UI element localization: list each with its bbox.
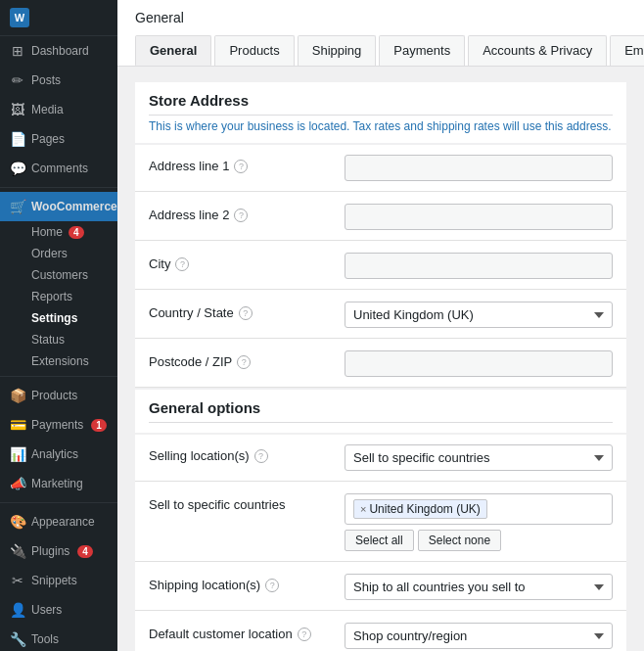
field-label-postcode: Postcode / ZIP <box>149 354 232 369</box>
field-row-postcode: Postcode / ZIP ? <box>135 341 626 388</box>
select-all-button[interactable]: Select all <box>345 530 414 551</box>
field-input-wrap-customer: Shop country/region <box>345 623 613 649</box>
products-icon: 📦 <box>10 388 25 403</box>
marketing-icon: 📣 <box>10 476 25 491</box>
address1-input[interactable] <box>345 155 613 181</box>
analytics-icon: 📊 <box>10 446 25 462</box>
media-icon: 🖼 <box>10 102 25 117</box>
snippets-icon: ✂ <box>10 573 25 588</box>
sidebar-item-label: Products <box>31 389 77 402</box>
country-tag-label-uk: United Kingdom (UK) <box>369 502 480 516</box>
help-icon-shipping[interactable]: ? <box>265 579 279 592</box>
field-row-selling-location: Selling location(s) ? Sell to specific c… <box>135 435 626 482</box>
sidebar-item-dashboard[interactable]: ⊞ Dashboard <box>0 36 117 66</box>
help-icon-postcode[interactable]: ? <box>237 355 251 369</box>
field-input-wrap-address1 <box>345 155 613 181</box>
sidebar-sub-status[interactable]: Status <box>0 329 117 350</box>
sidebar-item-users[interactable]: 👤 Users <box>0 595 117 625</box>
sidebar-item-label: Snippets <box>31 574 77 587</box>
sidebar-sub-settings[interactable]: Settings <box>0 307 117 329</box>
city-input[interactable] <box>345 253 613 279</box>
sidebar-sub-customers[interactable]: Customers <box>0 264 117 286</box>
tab-emails[interactable]: Emails <box>610 35 644 66</box>
help-icon-country[interactable]: ? <box>239 306 253 320</box>
sidebar-item-analytics[interactable]: 📊 Analytics <box>0 440 117 469</box>
customer-location-select[interactable]: Shop country/region <box>345 623 613 649</box>
store-address-title: Store Address <box>149 92 613 116</box>
help-icon-customer[interactable]: ? <box>298 628 311 641</box>
store-address-section: Store Address This is where your busines… <box>135 82 626 143</box>
tab-shipping[interactable]: Shipping <box>298 35 377 66</box>
field-input-wrap-specific: × United Kingdom (UK) Select all Select … <box>345 493 613 551</box>
sidebar-item-woocommerce[interactable]: 🛒 WooCommerce <box>0 192 117 221</box>
sidebar-item-payments[interactable]: 💳 Payments 1 <box>0 410 117 440</box>
help-icon-city[interactable]: ? <box>175 257 189 271</box>
address-fields: Address line 1 ? Address line 2 ? <box>135 145 626 388</box>
home-badge: 4 <box>69 226 84 239</box>
help-icon-address2[interactable]: ? <box>234 209 248 222</box>
field-label-address1: Address line 1 <box>149 159 229 173</box>
sidebar-item-label: Pages <box>31 132 65 146</box>
page-header: General General Products Shipping Paymen… <box>117 0 644 67</box>
sidebar-sub-orders[interactable]: Orders <box>0 243 117 264</box>
home-label: Home <box>31 225 63 239</box>
sidebar-item-snippets[interactable]: ✂ Snippets <box>0 566 117 595</box>
sidebar-sub-home[interactable]: Home 4 <box>0 221 117 243</box>
country-tag-uk: × United Kingdom (UK) <box>353 499 487 519</box>
sidebar-item-comments[interactable]: 💬 Comments <box>0 154 117 183</box>
sidebar-item-media[interactable]: 🖼 Media <box>0 95 117 124</box>
tab-general[interactable]: General <box>135 35 211 66</box>
sidebar-sub-extensions[interactable]: Extensions <box>0 350 117 372</box>
address2-input[interactable] <box>345 204 613 230</box>
sidebar-item-plugins[interactable]: 🔌 Plugins 4 <box>0 536 117 566</box>
field-row-customer-location: Default customer location ? Shop country… <box>135 613 626 651</box>
tabs-container: General Products Shipping Payments Accou… <box>135 35 626 66</box>
field-input-wrap-shipping: Ship to all countries you sell to <box>345 574 613 600</box>
sidebar-item-label: Media <box>31 103 64 116</box>
sidebar-item-label: WooCommerce <box>31 200 117 213</box>
sidebar-item-pages[interactable]: 📄 Pages <box>0 124 117 154</box>
country-select[interactable]: United Kingdom (UK) <box>345 302 613 328</box>
sidebar-sub-reports[interactable]: Reports <box>0 286 117 307</box>
field-row-shipping-location: Shipping location(s) ? Ship to all count… <box>135 564 626 611</box>
tools-icon: 🔧 <box>10 631 25 647</box>
sidebar-item-posts[interactable]: ✏ Posts <box>0 66 117 95</box>
countries-input-wrap[interactable]: × United Kingdom (UK) <box>345 493 613 525</box>
field-input-wrap-city <box>345 253 613 279</box>
help-icon-address1[interactable]: ? <box>234 160 248 173</box>
sidebar-item-label: Payments <box>31 418 83 432</box>
tab-products[interactable]: Products <box>214 35 294 66</box>
field-label-wrap-country: Country / State ? <box>149 302 345 320</box>
sidebar-item-products[interactable]: 📦 Products <box>0 381 117 410</box>
field-row-address2: Address line 2 ? <box>135 194 626 241</box>
store-address-desc: This is where your business is located. … <box>149 119 613 133</box>
sidebar-item-label: Comments <box>31 162 88 175</box>
field-input-wrap-postcode <box>345 350 613 377</box>
select-none-button[interactable]: Select none <box>418 530 501 551</box>
form-area: Store Address This is where your busines… <box>117 67 644 651</box>
wp-logo-icon: W <box>10 8 29 27</box>
sidebar-item-marketing[interactable]: 📣 Marketing <box>0 469 117 498</box>
selling-location-select[interactable]: Sell to specific countries <box>345 444 613 471</box>
pages-icon: 📄 <box>10 131 25 147</box>
postcode-input[interactable] <box>345 350 613 377</box>
field-row-specific-countries: Sell to specific countries × United King… <box>135 484 626 562</box>
tab-accounts[interactable]: Accounts & Privacy <box>468 35 607 66</box>
field-label-wrap-postcode: Postcode / ZIP ? <box>149 350 345 369</box>
field-label-wrap-selling: Selling location(s) ? <box>149 444 345 463</box>
field-row-country: Country / State ? United Kingdom (UK) <box>135 292 626 339</box>
help-icon-selling[interactable]: ? <box>254 449 268 463</box>
sidebar-item-appearance[interactable]: 🎨 Appearance <box>0 507 117 536</box>
main-content: General General Products Shipping Paymen… <box>117 0 644 651</box>
shipping-location-select[interactable]: Ship to all countries you sell to <box>345 574 613 600</box>
country-tag-remove-uk[interactable]: × <box>360 503 366 515</box>
field-label-wrap-address1: Address line 1 ? <box>149 155 345 173</box>
comments-icon: 💬 <box>10 161 25 176</box>
payments-badge: 1 <box>91 419 107 432</box>
sidebar: W ⊞ Dashboard ✏ Posts 🖼 Media 📄 Pages 💬 … <box>0 0 117 651</box>
sidebar-item-tools[interactable]: 🔧 Tools <box>0 625 117 651</box>
sidebar-logo: W <box>0 0 117 36</box>
field-label-wrap-customer: Default customer location ? <box>149 623 345 641</box>
tab-payments[interactable]: Payments <box>379 35 465 66</box>
sidebar-item-label: Marketing <box>31 477 83 490</box>
